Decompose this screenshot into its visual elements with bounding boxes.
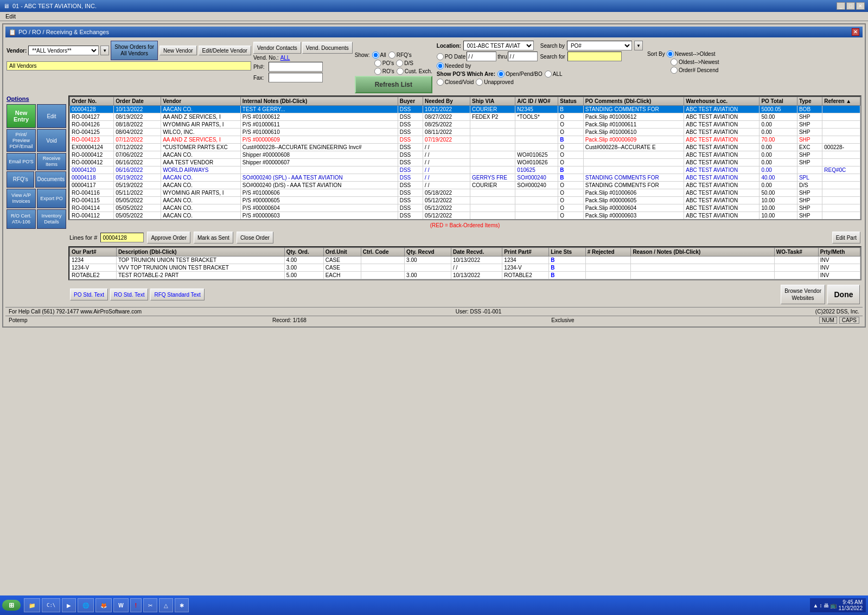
window-icon: 📋 [9, 29, 16, 36]
close-btn[interactable]: ✕ [856, 2, 865, 10]
app-title: 01 - ABC TEST AVIATION, INC. [12, 3, 97, 9]
edit-btn[interactable]: Edit [37, 104, 66, 128]
vend-no-link[interactable]: ALL [280, 55, 290, 61]
email-pos-btn[interactable]: Email PO'S [7, 153, 36, 170]
date-to[interactable] [508, 52, 538, 61]
list-item[interactable]: ROTABLE2TEST ROTABLE-2 PART5.00EACH3.001… [70, 272, 860, 279]
show-pos-option[interactable]: PO's [374, 60, 394, 67]
th-ctrl-code: Ctrl. Code [361, 248, 404, 257]
all-radio[interactable]: ALL [545, 71, 563, 78]
new-vendor-btn[interactable]: New Vendor [159, 46, 196, 55]
table-row[interactable]: 0000412810/13/2022AACAN CO.TEST 4 GERRY.… [70, 106, 860, 113]
detail-grid-wrapper[interactable]: Our Part# Description (Dbl-Click) Qty. O… [68, 246, 861, 280]
table-row[interactable]: 0000411805/19/2022AACAN CO.SO#000240 (SP… [70, 174, 860, 182]
show-po-label: Show PO'S Which Are: [437, 71, 495, 77]
table-row[interactable]: RO-00412708/19/2022AA AND Z SERVICES, IP… [70, 113, 860, 121]
export-po-btn[interactable]: Export PO [37, 189, 66, 208]
needed-by-radio[interactable]: Needed by [437, 62, 471, 69]
table-row[interactable]: 0000411705/19/2022AACAN CO.SO#000240 (D/… [70, 182, 860, 189]
location-select[interactable]: 001-ABC TEST AVIAT [463, 41, 534, 50]
th-warehouse: Warehouse Loc. [684, 97, 760, 106]
browse-vendor-btn[interactable]: Browse Vendor Websites [781, 285, 825, 304]
inventory-details-btn[interactable]: Inventory Details [37, 209, 66, 229]
documents-btn[interactable]: Documents [35, 171, 66, 188]
po-date-radio[interactable]: PO Date [437, 53, 465, 60]
options-label[interactable]: Options [7, 95, 66, 102]
th-status: Status [558, 97, 583, 106]
search-for-input[interactable] [567, 52, 622, 61]
main-grid-wrapper[interactable]: Order No. Order Date Vendor Internal Not… [68, 95, 861, 220]
closed-void-radio[interactable]: Closed/Void [437, 79, 474, 86]
sort-newest-radio[interactable]: Newest-->Oldest [667, 50, 716, 57]
sort-by-label: Sort By [647, 51, 665, 57]
done-btn[interactable]: Done [827, 285, 860, 304]
show-all-option[interactable]: All [372, 52, 386, 59]
vendor-contacts-btn[interactable]: Vendor Contacts [253, 42, 301, 54]
ro-cert-btn[interactable]: R/O Cert. ATA-106 [7, 209, 36, 229]
table-row[interactable]: RO-000041207/06/2022AACAN CO.Shipper #00… [70, 151, 860, 159]
menu-edit[interactable]: Edit [3, 12, 18, 20]
exclusive-label: Exclusive [551, 317, 574, 323]
table-row[interactable]: 0000412006/16/2022WORLD AIRWAYSDSS/ /010… [70, 166, 860, 174]
po-std-text-btn[interactable]: PO Std. Text [70, 289, 108, 300]
left-panel: Options New Entry Edit Print/ Preview PD… [7, 95, 66, 306]
sort-order-radio[interactable]: Order# Descend [671, 67, 718, 74]
edit-part-btn[interactable]: Edit Part [832, 232, 860, 244]
table-row[interactable]: RO-00412608/18/2022WYOMING AIR PARTS, IP… [70, 121, 860, 129]
refresh-list-btn[interactable]: Refresh List [355, 76, 432, 93]
show-ros-option[interactable]: RO's [374, 68, 394, 75]
content-area: Options New Entry Edit Print/ Preview PD… [5, 94, 863, 307]
edit-delete-vendor-btn[interactable]: Edit/Delete Vendor [199, 46, 251, 55]
table-row[interactable]: RO-00411405/05/2022AACAN CO.P/S #0000060… [70, 204, 860, 212]
vend-documents-btn[interactable]: Vend. Documents [302, 42, 353, 54]
open-pend-radio[interactable]: Open/Pend/BO [497, 71, 542, 78]
detail-table: Our Part# Description (Dbl-Click) Qty. O… [69, 247, 860, 279]
main-content-area: Order No. Order Date Vendor Internal Not… [68, 95, 861, 306]
minimize-btn[interactable]: _ [837, 2, 845, 10]
table-row[interactable]: RO-00412307/12/2022AA AND Z SERVICES, IP… [70, 136, 860, 144]
lines-header: Lines for # Approve Order Mark as Sent C… [68, 230, 861, 245]
search-dropdown-arrow[interactable]: ▼ [634, 41, 643, 50]
th-order-date: Order Date [114, 97, 161, 106]
th-qty-ord: Qty. Ord. [284, 248, 323, 257]
table-row[interactable]: RO-00411605/11/2022WYOMING AIR PARTS, IP… [70, 189, 860, 197]
table-row[interactable]: RO-00411205/05/2022AACAN CO.P/S #0000060… [70, 212, 860, 220]
unapproved-radio[interactable]: Unapproved [476, 79, 513, 86]
table-row[interactable]: RO-00412508/04/2022WILCO, INC.P/S #01000… [70, 129, 860, 136]
rfq-standard-text-btn[interactable]: RFQ Standard Text [150, 289, 204, 300]
rfqs-btn[interactable]: RFQ's [7, 171, 34, 188]
vendor-select[interactable]: **ALL Vendors** [28, 46, 99, 55]
table-row[interactable]: EX0000412407/12/2022*CUSTOMER PARTS EXCC… [70, 144, 860, 151]
list-item[interactable]: 1234-VVVV TOP TRUNION UNION TEST BRACKET… [70, 264, 860, 272]
approve-order-btn[interactable]: Approve Order [147, 232, 190, 244]
view-ap-btn[interactable]: View A/P Invoices [7, 189, 36, 208]
th-line-sts: Line Sts [549, 248, 585, 257]
lines-number-input[interactable] [100, 233, 144, 242]
show-rfqs-option[interactable]: RFQ's [388, 52, 412, 59]
ro-std-text-btn[interactable]: RO Std. Text [110, 289, 149, 300]
show-ds-option[interactable]: D/S [396, 60, 413, 67]
table-row[interactable]: RO-00411505/05/2022AACAN CO.P/S #0000060… [70, 197, 860, 204]
th-ship-via: Ship VIA [470, 97, 515, 106]
void-btn[interactable]: Void [37, 129, 66, 152]
ph-field[interactable] [269, 62, 323, 72]
mark-as-sent-btn[interactable]: Mark as Sent [194, 232, 233, 244]
close-order-btn[interactable]: Close Order [237, 232, 273, 244]
date-from[interactable] [467, 52, 496, 61]
search-by-select[interactable]: PO# [567, 41, 632, 50]
new-entry-btn[interactable]: New Entry [7, 104, 36, 128]
list-item[interactable]: 1234TOP TRUNION UNION TEST BRACKET4.00CA… [70, 257, 860, 264]
window-close-btn[interactable]: ✕ [852, 28, 859, 36]
fax-field[interactable] [269, 73, 323, 82]
back-ordered-label: (RED = Back-Ordered Items) [68, 222, 861, 229]
maximize-btn[interactable]: □ [846, 2, 855, 10]
sort-oldest-radio[interactable]: Oldest-->Newest [671, 59, 719, 66]
show-cust-option[interactable]: Cust. Exch. [397, 68, 432, 75]
table-row[interactable]: RO-000041206/16/2022AAA TEST VENDORShipp… [70, 159, 860, 166]
th-ord-unit: Ord.Unit [323, 248, 361, 257]
print-preview-btn[interactable]: Print/ Preview PDF/Email [7, 129, 36, 152]
show-orders-btn[interactable]: Show Orders for All Vendors [111, 41, 158, 60]
vendor-dropdown-arrow[interactable]: ▼ [100, 46, 109, 55]
location-label: Location: [437, 43, 461, 49]
receive-items-btn[interactable]: Receive Items [37, 153, 66, 170]
